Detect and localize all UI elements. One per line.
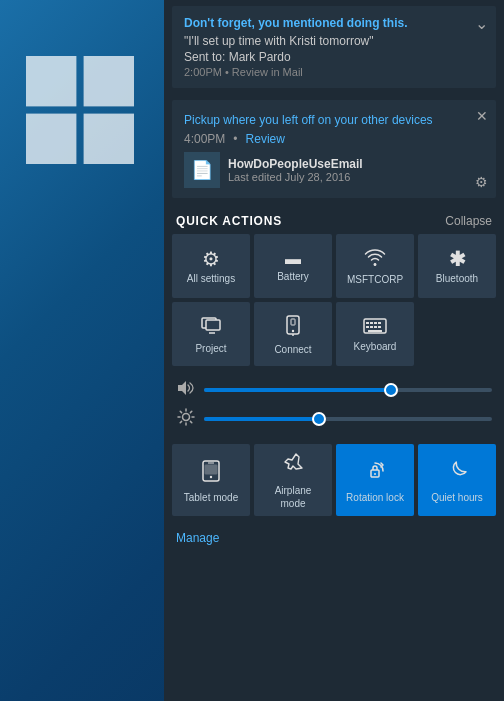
tablet-mode-label: Tablet mode: [184, 491, 238, 504]
volume-slider-row: [176, 380, 492, 400]
svg-rect-13: [370, 322, 373, 324]
volume-icon: [176, 380, 196, 400]
svg-rect-5: [206, 320, 220, 330]
all-settings-label: All settings: [187, 273, 235, 285]
manage-link[interactable]: Manage: [176, 531, 219, 545]
quick-actions-title: QUICK ACTIONS: [176, 214, 282, 228]
quick-item-all-settings[interactable]: ⚙ All settings: [172, 234, 250, 298]
svg-rect-16: [366, 326, 369, 328]
notif1-meta: 2:00PM • Review in Mail: [184, 66, 484, 78]
svg-rect-0: [26, 56, 76, 106]
svg-line-28: [190, 421, 191, 422]
quick-actions-row1: ⚙ All settings ▬ Battery MSFTCORP ✱ Blue…: [164, 234, 504, 302]
quick-item-keyboard[interactable]: Keyboard: [336, 302, 414, 366]
project-icon: [200, 316, 222, 339]
volume-fill: [204, 388, 391, 392]
manage-section: Manage: [164, 524, 504, 554]
quick-item-connect[interactable]: Connect: [254, 302, 332, 366]
airplane-mode-label: Airplanemode: [275, 484, 312, 510]
brightness-track[interactable]: [204, 417, 492, 421]
brightness-slider-row: [176, 408, 492, 430]
quick-item-battery[interactable]: ▬ Battery: [254, 234, 332, 298]
file-date: Last edited July 28, 2016: [228, 171, 484, 183]
svg-rect-1: [84, 56, 134, 106]
rotation-lock-icon: [363, 459, 387, 487]
empty-cell: [418, 302, 496, 366]
file-icon: 📄: [184, 152, 220, 188]
svg-rect-15: [378, 322, 381, 324]
file-info: HowDoPeopleUseEmail Last edited July 28,…: [228, 157, 484, 183]
quick-actions-header: QUICK ACTIONS Collapse: [164, 204, 504, 234]
notif1-body-line2: Sent to: Mark Pardo: [184, 50, 484, 64]
expand-icon[interactable]: ⌄: [475, 14, 488, 33]
volume-thumb[interactable]: [384, 383, 398, 397]
svg-rect-12: [366, 322, 369, 324]
svg-rect-14: [374, 322, 377, 324]
notif1-body-line1: "I'll set up time with Kristi tomorrow": [184, 34, 484, 48]
svg-rect-18: [374, 326, 377, 328]
volume-track[interactable]: [204, 388, 492, 392]
svg-point-32: [210, 475, 212, 477]
svg-point-9: [292, 329, 294, 331]
svg-rect-17: [370, 326, 373, 328]
notif1-app-name: Don't forget, you mentioned doing this.: [184, 16, 484, 30]
battery-label: Battery: [277, 271, 309, 283]
quiet-hours-label: Quiet hours: [431, 491, 483, 504]
quick-item-project[interactable]: Project: [172, 302, 250, 366]
svg-rect-3: [84, 114, 134, 164]
svg-point-36: [374, 473, 376, 475]
notification-card-1: Don't forget, you mentioned doing this. …: [172, 6, 496, 88]
bluetooth-icon: ✱: [449, 249, 466, 269]
notif2-action: Review: [246, 132, 285, 146]
notif-settings-icon[interactable]: ⚙: [475, 174, 488, 190]
bottom-tiles: Tablet mode Airplanemode Rot: [164, 444, 504, 524]
quiet-hours-icon: [445, 459, 469, 487]
quick-item-bluetooth[interactable]: ✱ Bluetooth: [418, 234, 496, 298]
airplane-icon: [281, 452, 305, 480]
connect-label: Connect: [274, 344, 311, 356]
action-center-panel: Don't forget, you mentioned doing this. …: [164, 0, 504, 701]
rotation-lock-label: Rotation lock: [346, 491, 404, 504]
svg-line-27: [180, 411, 181, 412]
notif2-time: 4:00PM: [184, 132, 225, 146]
svg-marker-21: [178, 381, 186, 395]
svg-line-29: [190, 411, 191, 412]
battery-icon: ▬: [285, 251, 301, 267]
settings-icon: ⚙: [202, 249, 220, 269]
svg-rect-8: [291, 319, 295, 325]
collapse-button[interactable]: Collapse: [445, 214, 492, 228]
svg-point-22: [183, 414, 190, 421]
brightness-icon: [176, 408, 196, 430]
keyboard-icon: [363, 317, 387, 337]
windows-logo: [20, 50, 140, 170]
tile-quiet-hours[interactable]: Quiet hours: [418, 444, 496, 516]
wifi-icon: [364, 249, 386, 270]
svg-rect-20: [368, 330, 382, 332]
msftcorp-label: MSFTCORP: [347, 274, 403, 286]
project-label: Project: [195, 343, 226, 355]
keyboard-label: Keyboard: [354, 341, 397, 353]
svg-rect-2: [26, 114, 76, 164]
tile-airplane-mode[interactable]: Airplanemode: [254, 444, 332, 516]
brightness-fill: [204, 417, 319, 421]
tablet-mode-icon: [199, 459, 223, 487]
bluetooth-label: Bluetooth: [436, 273, 478, 285]
quick-actions-row2: Project Connect: [164, 302, 504, 374]
notif2-file-row: 📄 HowDoPeopleUseEmail Last edited July 2…: [184, 152, 484, 188]
file-name: HowDoPeopleUseEmail: [228, 157, 484, 171]
connect-icon: [283, 315, 303, 340]
sliders-section: [164, 374, 504, 444]
tile-tablet-mode[interactable]: Tablet mode: [172, 444, 250, 516]
svg-rect-19: [378, 326, 381, 328]
notif2-app-name: Pickup where you left off on your other …: [184, 113, 433, 127]
svg-rect-34: [205, 465, 217, 474]
close-icon[interactable]: ✕: [476, 108, 488, 124]
tile-rotation-lock[interactable]: Rotation lock: [336, 444, 414, 516]
brightness-thumb[interactable]: [312, 412, 326, 426]
notification-card-2: Pickup where you left off on your other …: [172, 100, 496, 198]
quick-item-msftcorp[interactable]: MSFTCORP: [336, 234, 414, 298]
svg-line-30: [180, 421, 181, 422]
